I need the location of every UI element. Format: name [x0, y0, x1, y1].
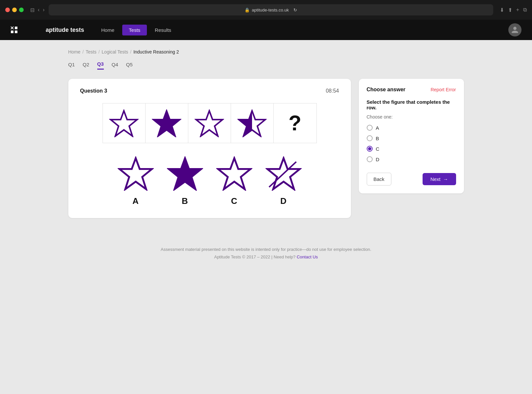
radio-input-d[interactable]: [367, 156, 373, 162]
star-cell-1: [103, 103, 146, 143]
address-bar[interactable]: 🔒 aptitude-tests.co.uk ↻: [49, 4, 493, 15]
radio-option-d[interactable]: D: [367, 156, 456, 162]
star-outline-3: [195, 109, 224, 137]
radio-label-a: A: [376, 125, 379, 131]
radio-input-c[interactable]: [367, 146, 373, 152]
sidebar-toggle-icon[interactable]: ⊟: [30, 7, 35, 13]
user-avatar[interactable]: [508, 23, 521, 36]
next-button[interactable]: Next →: [423, 173, 456, 185]
radio-input-b[interactable]: [367, 135, 373, 141]
svg-marker-14: [218, 158, 250, 189]
question-mark: ?: [289, 111, 301, 135]
forward-icon[interactable]: ›: [43, 7, 44, 13]
browser-dots: [5, 8, 24, 12]
question-title: Question 3: [80, 88, 107, 94]
panel-buttons: Back Next →: [367, 173, 456, 186]
user-icon: [511, 26, 519, 34]
svg-marker-5: [111, 111, 137, 136]
new-tab-icon[interactable]: +: [516, 7, 519, 13]
answer-star-b: [167, 156, 203, 191]
windows-icon[interactable]: ⧉: [523, 7, 527, 13]
back-button[interactable]: Back: [367, 173, 391, 186]
browser-nav-icons: ⊟ ‹ ›: [30, 7, 45, 13]
logo-symbol: [11, 26, 18, 33]
answer-label-b: B: [182, 196, 188, 206]
nav-tests[interactable]: Tests: [122, 25, 147, 35]
tab-q3[interactable]: Q3: [97, 61, 104, 70]
answer-star-a: [118, 156, 154, 191]
svg-marker-12: [119, 158, 152, 189]
share-icon[interactable]: ⬆: [508, 7, 512, 13]
star-cell-question: ?: [274, 103, 316, 143]
answer-star-c: [216, 156, 252, 191]
browser-chrome: ⊟ ‹ › 🔒 aptitude-tests.co.uk ↻ ⬇ ⬆ + ⧉: [0, 0, 532, 20]
nav-home[interactable]: Home: [95, 25, 121, 35]
tab-q4[interactable]: Q4: [112, 61, 118, 70]
maximize-dot[interactable]: [19, 8, 24, 12]
answer-option-b: B: [167, 156, 203, 206]
back-icon[interactable]: ‹: [38, 7, 39, 13]
nav-items: Home Tests Results: [95, 25, 178, 35]
report-error-link[interactable]: Report Error: [430, 87, 456, 92]
tab-q2[interactable]: Q2: [83, 61, 89, 70]
radio-option-a[interactable]: A: [367, 125, 456, 131]
svg-marker-13: [169, 158, 201, 189]
logo: aptitude tests: [11, 26, 84, 33]
answer-label-a: A: [132, 196, 139, 206]
svg-marker-6: [153, 111, 180, 136]
question-tabs: Q1 Q2 Q3 Q4 Q5: [68, 61, 464, 70]
minimize-dot[interactable]: [12, 8, 17, 12]
answer-options: A B C: [80, 156, 339, 206]
question-timer: 08:54: [326, 88, 339, 94]
footer-contact-link[interactable]: Contact Us: [297, 254, 318, 259]
star-half-4: [237, 109, 267, 137]
star-cell-4: [231, 103, 274, 143]
answer-label-d: D: [280, 196, 287, 206]
nav-results[interactable]: Results: [148, 25, 178, 35]
footer: Assessment material presented on this we…: [0, 234, 532, 266]
panel-instruction: Select the figure that completes the row…: [367, 99, 456, 110]
logo-text: aptitude tests: [46, 27, 84, 33]
question-header: Question 3 08:54: [80, 88, 339, 94]
star-cell-3: [188, 103, 231, 143]
star-grid: ?: [103, 103, 317, 143]
reload-icon[interactable]: ↻: [293, 8, 297, 12]
radio-label-d: D: [376, 157, 380, 162]
url-text: aptitude-tests.co.uk: [252, 8, 289, 12]
tab-q5[interactable]: Q5: [126, 61, 133, 70]
svg-rect-2: [15, 27, 17, 29]
browser-right-icons: ⬇ ⬆ + ⧉: [500, 7, 527, 13]
content-area: Question 3 08:54: [68, 79, 464, 218]
radio-label-b: B: [376, 136, 379, 141]
svg-rect-4: [15, 31, 17, 33]
breadcrumb-home[interactable]: Home: [68, 49, 81, 55]
panel-title: Choose answer: [367, 87, 405, 93]
tab-q1[interactable]: Q1: [68, 61, 75, 70]
top-nav: aptitude tests Home Tests Results: [0, 20, 532, 40]
question-card: Question 3 08:54: [68, 79, 351, 218]
answer-label-c: C: [231, 196, 237, 206]
radio-option-b[interactable]: B: [367, 135, 456, 141]
choose-one-label: Choose one:: [367, 114, 456, 120]
breadcrumb-tests[interactable]: Tests: [86, 49, 97, 55]
download-icon[interactable]: ⬇: [500, 7, 504, 13]
breadcrumb-logical-tests[interactable]: Logical Tests: [102, 49, 128, 55]
lock-icon: 🔒: [244, 8, 250, 12]
breadcrumb-current: Inductive Reasoning 2: [133, 49, 179, 55]
main-content: Home / Tests / Logical Tests / Inductive…: [53, 40, 480, 234]
answer-option-a: A: [118, 156, 154, 206]
radio-option-c[interactable]: C: [367, 146, 456, 152]
radio-options: A B C D: [367, 125, 456, 162]
close-dot[interactable]: [5, 8, 10, 12]
footer-disclaimer: Assessment material presented on this we…: [5, 247, 527, 252]
radio-input-a[interactable]: [367, 125, 373, 131]
panel-header: Choose answer Report Error: [367, 87, 456, 93]
radio-label-c: C: [376, 146, 380, 152]
answer-option-d: D: [266, 156, 302, 206]
star-outline-1: [109, 109, 139, 137]
answer-option-c: C: [216, 156, 252, 206]
star-cell-2: [146, 103, 188, 143]
logo-icon: [11, 26, 42, 33]
footer-copyright: Aptitude Tests © 2017 – 2022 | Need help…: [5, 254, 527, 259]
svg-marker-7: [196, 111, 223, 136]
